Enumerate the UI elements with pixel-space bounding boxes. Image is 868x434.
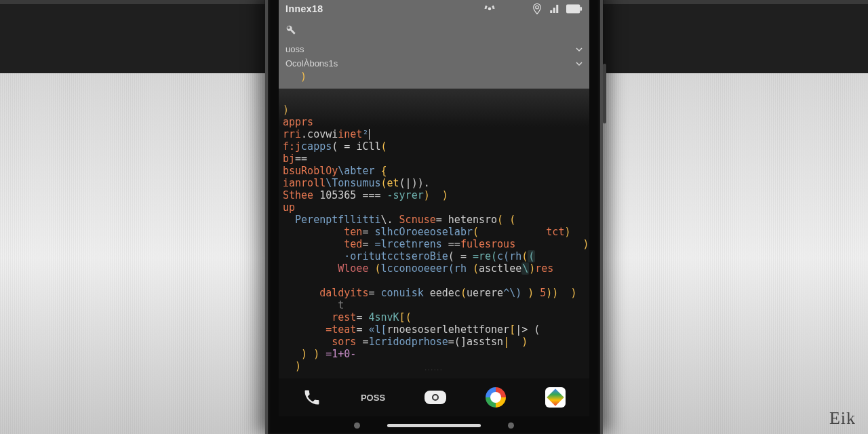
notification-row-1[interactable]: uoss — [285, 42, 583, 56]
svg-point-3 — [433, 395, 438, 400]
notification-row-2[interactable]: OcolÀbons1s — [285, 56, 583, 71]
code-line: ) — [285, 71, 583, 83]
phone-app[interactable] — [302, 388, 321, 407]
svg-point-0 — [488, 7, 492, 11]
code-editor[interactable]: ) apprs rri.covwiinet² f:jcapps( = iCll(… — [279, 89, 589, 378]
phone-screen: Innex18 uoss OcolÀbons1s ) ) apprs — [279, 0, 589, 416]
chrome-icon — [486, 387, 506, 408]
notification-label: OcolÀbons1s — [285, 58, 338, 68]
svg-rect-1 — [566, 5, 580, 14]
carrier-label: Innex18 — [285, 3, 323, 14]
notification-panel[interactable]: uoss OcolÀbons1s ) — [279, 20, 589, 89]
broadcast-icon — [484, 3, 496, 15]
home-pill[interactable] — [387, 424, 481, 427]
battery-icon — [566, 4, 583, 14]
photos-app[interactable] — [545, 387, 566, 408]
text-caret — [369, 129, 370, 140]
phone-frame: Innex18 uoss OcolÀbons1s ) ) apprs — [265, 0, 603, 434]
photos-icon — [545, 387, 566, 408]
dock-stamp: ······ — [425, 366, 443, 373]
watermark: Eik — [829, 408, 856, 429]
location-icon — [531, 3, 543, 15]
tool-icon[interactable] — [285, 24, 583, 38]
camera-app[interactable] — [425, 391, 446, 404]
chrome-app[interactable] — [486, 387, 506, 408]
power-button[interactable] — [603, 64, 606, 123]
chevron-down-icon — [576, 46, 583, 53]
gesture-bar[interactable] — [354, 422, 514, 429]
poss-label[interactable]: POSS — [361, 393, 385, 403]
notification-label: uoss — [285, 44, 304, 54]
nav-back-dot[interactable] — [354, 422, 360, 429]
phone-icon — [302, 388, 321, 407]
svg-rect-2 — [580, 7, 582, 11]
dock: ······ POSS — [279, 378, 589, 416]
nav-recent-dot[interactable] — [508, 422, 514, 429]
chevron-down-icon — [576, 60, 583, 67]
camera-icon — [425, 391, 446, 404]
status-bar[interactable]: Innex18 — [279, 0, 589, 20]
signal-icon — [547, 3, 562, 15]
